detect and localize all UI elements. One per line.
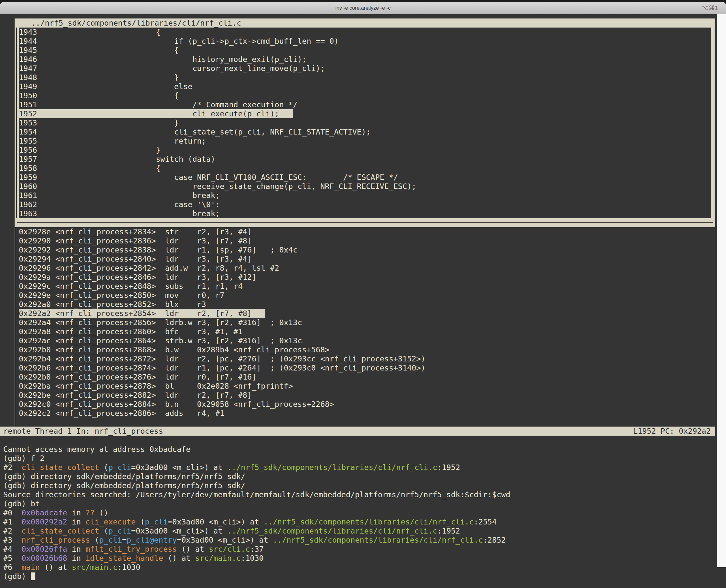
asm-line-text: 0x292ba <nrf_cli_process+2878> bl 0x2e02… [19,381,293,391]
asm-line: 0x2929a <nrf_cli_process+2846> ldr r3, [… [19,273,715,282]
source-line-text: 1961 break; [19,191,220,200]
asm-line-text: 0x2929e <nrf_cli_process+2850> mov r0, r… [19,291,224,300]
console-text: #2 [3,526,21,536]
source-line: 1953 } [19,118,711,127]
console-text: (gdb) directory sdk/embedded/platforms/n… [3,472,245,481]
source-line: 1948 } [19,73,711,82]
console-text: #5 [3,554,21,563]
asm-line: 0x29292 <nrf_cli_process+2838> ldr r1, [… [19,245,715,254]
console-text: src/main.c [195,554,241,563]
console-text: (gdb) bt [3,499,40,508]
console-text: :1030 [117,563,140,572]
asm-line-text: 0x292b6 <nrf_cli_process+2874> ldr r1, [… [19,363,425,373]
source-line-text: 1944 if (p_cli->p_ctx->cmd_buff_len == 0… [19,37,339,46]
console-text: p_cli [108,463,131,472]
console-text: ( [90,536,99,545]
console-text: () [95,508,108,517]
source-line-text: 1952 cli_execute(p_cli); [19,109,293,118]
source-line-text: 1949 else [19,82,193,91]
source-window-left-border [15,27,19,218]
asm-line-text: 0x29294 <nrf_cli_process+2840> ldr r3, [… [19,254,252,264]
asm-line-text: 0x292b8 <nrf_cli_process+2876> ldr r0, [… [19,373,256,381]
console-text: ../nrf5_sdk/components/libraries/cli/nrf… [227,463,437,472]
console-line: #0 0x0badcafe in ?? () [0,508,715,517]
source-line: 1951 /* Command execution */ [19,100,711,109]
source-line-text: 1946 history_mode_exit(p_cli); [19,55,306,64]
asm-line: 0x2929c <nrf_cli_process+2848> subs r1, … [19,282,715,291]
asm-line-text: 0x292b4 <nrf_cli_process+2872> ldr r2, [… [19,354,425,363]
source-line: 1962 case '\0': [19,200,711,209]
console-text: p_cli@entry [126,536,177,545]
source-line: 1957 switch (data) [19,154,711,164]
window-titlebar[interactable]: inv -e core.analyze -e -c ⌥⌘1 [0,2,726,14]
console-line: #2 cli_state_collect (p_cli=0x3ad00 <m_c… [0,463,715,472]
console-text: src/cli.c [209,545,250,554]
source-line: 1945 { [19,46,711,55]
asm-line: 0x292b8 <nrf_cli_process+2876> ldr r0, [… [19,373,715,381]
asm-line: 0x2929e <nrf_cli_process+2850> mov r0, r… [19,291,715,300]
console-text: () at [40,563,72,572]
console-text: in [67,554,85,563]
source-line: 1949 else [19,82,711,91]
asm-line: 0x292be <nrf_cli_process+2882> ldr r2, [… [19,391,715,400]
source-line-text: 1945 { [19,46,179,55]
console-text: cli_state_collect [21,463,99,472]
console-line: Source directories searched: /Users/tyle… [0,490,715,499]
console-text: ../nrf5_sdk/components/libraries/cli/nrf… [264,517,474,526]
console-line: #2 cli_state_collect (p_cli=0x3ad00 <m_c… [0,526,715,536]
scrollbar[interactable] [717,14,726,567]
source-line-text: 1960 receive_state_change(p_cli, NRF_CLI… [19,182,416,191]
console-text: #1 [3,517,21,526]
console-text: (gdb) directory sdk/embedded/platforms/n… [3,481,245,490]
asm-line: 0x292b4 <nrf_cli_process+2872> ldr r2, [… [19,354,715,363]
console-text: p_cli [108,526,131,536]
console-text: mflt_cli_try_process [86,545,177,554]
console-text: #4 [3,545,21,554]
console-line: (gdb) directory sdk/embedded/platforms/n… [0,481,715,490]
asm-line-text: 0x292c2 <nrf_cli_process+2886> adds r4, … [19,409,224,418]
source-line-current: >1952 cli_execute(p_cli); [19,109,711,118]
asm-line-text: 0x29296 <nrf_cli_process+2842> add.w r2,… [19,264,279,273]
console-text: nrf_cli_process [21,536,90,545]
gdb-prompt-line[interactable]: (gdb) [0,572,715,581]
source-line: 1946 history_mode_exit(p_cli); [19,55,711,64]
asm-line: 0x292a0 <nrf_cli_process+2852> blx r3 [19,300,715,309]
asm-line: 0x292ba <nrf_cli_process+2878> bl 0x2e02… [19,381,715,391]
console-text: ../nrf5_sdk/components/libraries/cli/nrf… [227,526,437,536]
source-line: 1944 if (p_cli->p_ctx->cmd_buff_len == 0… [19,37,711,46]
asm-line: 0x2928e <nrf_cli_process+2834> str r2, [… [19,227,715,236]
console-text: :2852 [483,536,506,545]
console-text: 0x000292a2 [21,517,67,526]
console-text: =0x3ad00 <m_cli>) at [131,526,227,536]
gdb-console: Cannot access memory at address 0xbadcaf… [0,445,715,581]
console-text: :37 [250,545,264,554]
asm-line-text: 0x29290 <nrf_cli_process+2836> ldr r3, [… [19,236,252,245]
console-text: cli_state_collect [21,526,99,536]
console-text: () at [177,545,209,554]
console-text: =0x3ad00 <m_cli>) at [168,517,264,526]
console-text: (gdb) f 2 [3,454,44,463]
console-text: in [67,545,85,554]
source-line-text: 1955 return; [19,136,206,146]
source-line: 1959 case NRF_CLI_VT100_ASCII_ESC: /* ES… [19,173,711,182]
source-line-text: 1951 /* Command execution */ [19,100,298,109]
asm-line: 0x292b6 <nrf_cli_process+2874> ldr r1, [… [19,363,715,373]
source-line-text: 1958 { [19,164,161,173]
source-window-right-border [711,27,715,218]
asm-line-text: 0x292a2 <nrf_cli_process+2854> ldr r2, [… [19,309,265,318]
console-text: 0x00026ffa [21,545,67,554]
source-line-text: 1947 cursor_next_line_move(p_cli); [19,64,325,73]
console-text: ( [99,463,108,472]
asm-line-text: 0x2928e <nrf_cli_process+2834> str r2, [… [19,227,252,236]
asm-line-text: 0x29292 <nrf_cli_process+2838> ldr r1, [… [19,245,298,254]
asm-line: 0x292b0 <nrf_cli_process+2868> b.w 0x289… [19,345,715,354]
source-line-text: 1954 cli_state_set(p_cli, NRF_CLI_STATE_… [19,127,370,136]
source-line: 1955 return; [19,136,711,146]
console-text: src/main.c [72,563,117,572]
status-thread-info: remote Thread 1 In: nrf_cli_process [3,426,163,436]
source-line-text: 1956 } [19,146,161,154]
console-text: p_cli [145,517,168,526]
console-text: main [21,563,40,572]
console-line: (gdb) bt [0,499,715,508]
source-line-text: 1948 } [19,73,179,82]
